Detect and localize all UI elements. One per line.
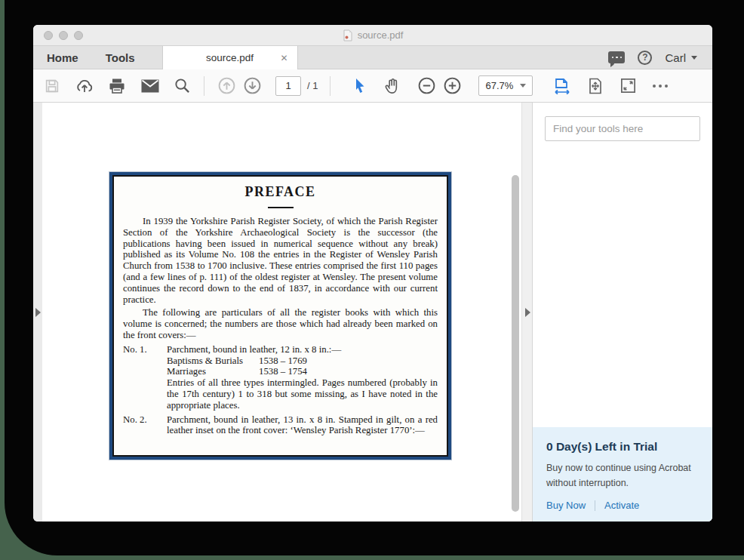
print-button[interactable] <box>107 76 127 96</box>
tab-tools-label: Tools <box>106 51 135 64</box>
find-button[interactable] <box>172 76 192 96</box>
activate-link[interactable]: Activate <box>604 500 639 511</box>
search-icon <box>174 77 191 94</box>
tab-tools[interactable]: Tools <box>92 46 149 69</box>
email-button[interactable] <box>140 76 160 96</box>
select-tool-button[interactable] <box>350 76 370 96</box>
paragraph: The following are particulars of all the… <box>123 307 438 340</box>
next-page-button[interactable] <box>242 76 262 96</box>
title-rule <box>268 207 294 208</box>
tab-document-label: source.pdf <box>206 52 254 63</box>
toolbar: / 1 67.7% <box>33 69 712 103</box>
content-area: PREFACE In 1939 the Yorkshire Parish Reg… <box>33 103 712 522</box>
tools-panel-toggle-icon[interactable] <box>525 308 530 317</box>
link-divider <box>595 500 595 511</box>
left-panel-expand-icon[interactable] <box>35 308 41 317</box>
item-intro: Parchment, bound in leather, 12 in. x 8 … <box>167 344 341 355</box>
printer-icon <box>108 77 126 95</box>
preface-title: PREFACE <box>123 184 438 200</box>
pdf-page: PREFACE In 1939 the Yorkshire Parish Reg… <box>109 172 451 460</box>
vertical-scrollbar[interactable] <box>511 103 520 522</box>
fit-width-icon <box>553 77 571 95</box>
save-icon <box>44 78 60 94</box>
tab-bar: Home Tools source.pdf ✕ ? Carl <box>33 46 712 69</box>
zoom-level-value: 67.7% <box>485 80 513 91</box>
item-label: No. 2. <box>123 414 167 437</box>
item-note: Entries of all three types intermingled.… <box>167 377 438 411</box>
item-body: Parchment, bound in leather, 12 in. x 8 … <box>167 344 438 411</box>
expand-icon <box>619 77 637 94</box>
tools-search-input[interactable] <box>545 116 700 141</box>
toolbar-separator <box>330 76 330 96</box>
left-panel-strip <box>33 103 42 522</box>
tools-panel: 0 Day(s) Left in Trial Buy now to contin… <box>533 103 712 522</box>
tab-close-icon[interactable]: ✕ <box>281 54 288 63</box>
help-glyph: ? <box>642 52 647 63</box>
toolbar-separator <box>204 76 204 96</box>
page-up-icon <box>217 76 236 95</box>
titlebar: source.pdf <box>33 25 712 46</box>
fit-page-button[interactable] <box>586 76 605 96</box>
cursor-arrow-icon <box>352 78 367 94</box>
more-tools-button[interactable] <box>653 85 668 88</box>
tools-panel-toggle-strip <box>521 103 533 522</box>
trial-links: Buy Now Activate <box>546 500 699 511</box>
save-button[interactable] <box>42 76 62 96</box>
pdf-file-icon <box>343 29 353 42</box>
scrollbar-thumb[interactable] <box>512 175 519 512</box>
envelope-icon <box>140 78 160 94</box>
range-row: Baptisms & Burials1538 – 1769 <box>167 355 307 366</box>
fit-width-button[interactable] <box>552 76 572 96</box>
pdf-page-content: PREFACE In 1939 the Yorkshire Parish Reg… <box>112 175 448 457</box>
zoom-in-button[interactable] <box>442 76 462 96</box>
range-row: Marriages1538 – 1754 <box>167 366 307 377</box>
range-name: Baptisms & Burials <box>167 355 259 367</box>
register-item-2: No. 2. Parchment, bound in leather, 13 i… <box>123 414 438 437</box>
register-item-1: No. 1. Parchment, bound in leather, 12 i… <box>123 344 438 411</box>
range-years: 1538 – 1769 <box>259 355 307 366</box>
cloud-upload-icon <box>75 77 94 95</box>
range-name: Marriages <box>167 366 259 377</box>
previous-page-button[interactable] <box>217 76 236 96</box>
share-cloud-button[interactable] <box>75 76 94 96</box>
tab-home[interactable]: Home <box>33 46 92 69</box>
document-canvas: PREFACE In 1939 the Yorkshire Parish Reg… <box>42 103 521 522</box>
chevron-down-icon <box>520 84 526 88</box>
zoom-level-select[interactable]: 67.7% <box>478 75 533 96</box>
acrobat-window: source.pdf Home Tools source.pdf ✕ ? <box>33 25 712 522</box>
fullscreen-button[interactable] <box>618 76 638 96</box>
chevron-down-icon <box>691 56 697 60</box>
window-title: source.pdf <box>358 29 404 41</box>
trial-body: Buy now to continue using Acrobat withou… <box>546 461 699 491</box>
hand-tool-button[interactable] <box>382 76 401 96</box>
tabbar-right-controls: ? Carl <box>608 46 712 69</box>
page-number-input[interactable] <box>275 76 301 96</box>
page-count-label: / 1 <box>307 80 318 91</box>
chat-dots <box>608 51 625 63</box>
tab-document-active[interactable]: source.pdf ✕ <box>162 46 298 69</box>
paragraph: In 1939 the Yorkshire Parish Register So… <box>123 216 438 305</box>
zoom-out-button[interactable] <box>417 76 436 96</box>
buy-now-link[interactable]: Buy Now <box>546 500 586 511</box>
help-icon[interactable]: ? <box>638 51 652 65</box>
plus-circle-icon <box>443 76 462 95</box>
trial-notice: 0 Day(s) Left in Trial Buy now to contin… <box>533 427 712 522</box>
hand-icon <box>383 77 401 95</box>
page-down-icon <box>243 76 262 95</box>
feedback-chat-icon[interactable] <box>608 51 625 63</box>
tab-home-label: Home <box>47 51 78 64</box>
window-title-area: source.pdf <box>33 29 712 42</box>
item-intro: Parchment, bound in leather, 13 in. x 8 … <box>167 414 438 437</box>
fit-page-icon <box>586 77 604 95</box>
minus-circle-icon <box>417 76 436 95</box>
range-years: 1538 – 1754 <box>259 366 307 377</box>
user-name: Carl <box>665 51 686 64</box>
item-label: No. 1. <box>123 344 167 411</box>
user-menu[interactable]: Carl <box>665 51 697 64</box>
trial-heading: 0 Day(s) Left in Trial <box>546 440 699 454</box>
